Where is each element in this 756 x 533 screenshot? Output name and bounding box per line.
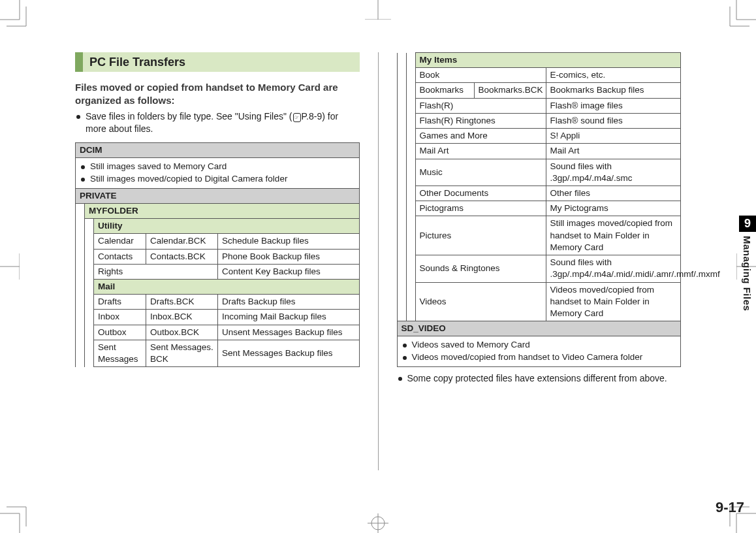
cell: My Pictograms	[546, 201, 681, 216]
indent	[76, 203, 85, 366]
reference-icon: ☞	[293, 113, 301, 122]
sdvideo-body: Videos saved to Memory Card Videos moved…	[397, 336, 681, 367]
cell: Sound files with .3gp/.mp4/.m4a/.smc	[546, 159, 681, 186]
cell: Other files	[546, 186, 681, 201]
indent	[397, 53, 406, 321]
dcim-item: Still images moved/copied to Digital Cam…	[81, 173, 355, 186]
cell: Mail Art	[415, 144, 546, 159]
cell: Flash(R) Ringtones	[415, 113, 546, 128]
column-separator	[378, 52, 379, 470]
footnote: Some copy protected files have extension…	[398, 372, 682, 385]
intro-bullets: Save files in folders by file type. See …	[75, 110, 360, 136]
cell: Bookmarks.BCK	[474, 83, 546, 98]
myitems-table: My Items Book E-comics, etc. Bookmarks B…	[397, 52, 682, 321]
cell: Pictures	[415, 216, 546, 255]
cell: Unsent Messages Backup files	[218, 325, 360, 340]
cell: Bookmarks	[415, 83, 474, 98]
utility-header: Utility	[94, 219, 360, 234]
dcim-header: DCIM	[76, 142, 360, 157]
svg-point-0	[371, 517, 385, 530]
cell: Contacts	[94, 249, 146, 264]
cell: Flash® sound files	[546, 113, 681, 128]
cell: Outbox.BCK	[146, 325, 218, 340]
chapter-label: Managing Files	[742, 236, 753, 311]
cell: Flash(R)	[415, 98, 546, 113]
cell: Still images moved/copied from handset t…	[546, 216, 681, 255]
heading-bar-icon	[75, 52, 83, 72]
cell: Pictograms	[415, 201, 546, 216]
cell: Mail Art	[546, 144, 681, 159]
side-tab: 9 Managing Files	[739, 216, 756, 311]
cell: Games and More	[415, 129, 546, 144]
cell: Incoming Mail Backup files	[218, 310, 360, 325]
footnote-list: Some copy protected files have extension…	[397, 372, 682, 385]
sdvideo-item: Videos moved/copied from handset to Vide…	[403, 351, 677, 364]
cell: Inbox	[94, 310, 146, 325]
cell: Sounds & Ringtones	[415, 255, 546, 282]
right-column: My Items Book E-comics, etc. Bookmarks B…	[397, 52, 682, 470]
cell: Drafts	[94, 295, 146, 310]
sdvideo-table: SD_VIDEO Videos saved to Memory Card Vid…	[397, 321, 682, 367]
page-body: PC File Transfers Files moved or copied …	[75, 52, 681, 470]
left-column: PC File Transfers Files moved or copied …	[75, 52, 360, 470]
intro-bullet-ref: P.8-9	[302, 111, 323, 121]
mail-header: Mail	[94, 280, 360, 295]
cell: Bookmarks Backup files	[546, 83, 681, 98]
cell: Sent Messages	[94, 340, 146, 366]
heading-text: PC File Transfers	[83, 52, 360, 72]
cell: Book	[415, 68, 546, 83]
page-number: 9-17	[716, 499, 744, 516]
cell: Music	[415, 159, 546, 186]
cell: Flash® image files	[546, 98, 681, 113]
section-heading: PC File Transfers	[75, 52, 360, 72]
private-header: PRIVATE	[76, 188, 360, 203]
cell: E-comics, etc.	[546, 68, 681, 83]
cell: Outbox	[94, 325, 146, 340]
indent	[406, 53, 415, 321]
sdvideo-header: SD_VIDEO	[397, 321, 681, 336]
cell: Phone Book Backup files	[218, 249, 360, 264]
cell: Sent Messages. BCK	[146, 340, 218, 366]
private-table: PRIVATE MYFOLDER Utility Calendar Calend…	[75, 188, 360, 368]
sdvideo-item: Videos saved to Memory Card	[403, 339, 677, 351]
cell: Calendar.BCK	[146, 234, 218, 249]
cell: Rights	[94, 264, 218, 279]
cell: Videos	[415, 282, 546, 321]
intro-bullet-pre: Save files in folders by file type. See …	[86, 111, 292, 121]
cell: Content Key Backup files	[218, 264, 360, 279]
indent	[85, 219, 94, 367]
cell: Other Documents	[415, 186, 546, 201]
cell: Schedule Backup files	[218, 234, 360, 249]
cell: Inbox.BCK	[146, 310, 218, 325]
myfolder-header: MYFOLDER	[85, 203, 360, 218]
intro-bullet: Save files in folders by file type. See …	[76, 110, 360, 136]
cell: Calendar	[94, 234, 146, 249]
cell: Drafts Backup files	[218, 295, 360, 310]
cell: Drafts.BCK	[146, 295, 218, 310]
myitems-header: My Items	[415, 53, 681, 68]
chapter-number: 9	[739, 216, 756, 232]
dcim-table: DCIM Still images saved to Memory Card S…	[75, 142, 360, 189]
dcim-body: Still images saved to Memory Card Still …	[76, 157, 360, 188]
cell: Sent Messages Backup files	[218, 340, 360, 366]
cell: Contacts.BCK	[146, 249, 218, 264]
cell: Sound files with .3gp/.mp4/.m4a/.mid/.mi…	[546, 255, 681, 282]
intro-text: Files moved or copied from handset to Me…	[75, 81, 360, 108]
cell: S! Appli	[546, 129, 681, 144]
cell: Videos moved/copied from handset to Main…	[546, 282, 681, 321]
dcim-item: Still images saved to Memory Card	[81, 161, 355, 173]
